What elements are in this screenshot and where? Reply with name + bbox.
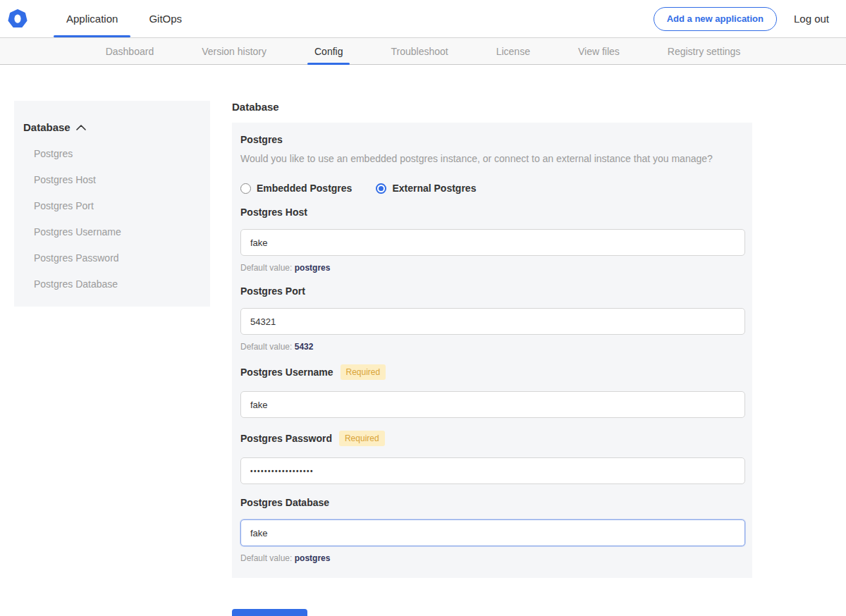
field-postgres-database: Postgres Database Default value: postgre… (240, 497, 744, 563)
sidebar-item-postgres-host[interactable]: Postgres Host (23, 174, 200, 185)
postgres-radio-group: Postgres Would you like to use an embedd… (240, 134, 744, 194)
postgres-database-default-hint: Default value: postgres (240, 553, 744, 563)
postgres-host-label: Postgres Host (240, 207, 307, 218)
sidebar-item-postgres-username[interactable]: Postgres Username (23, 226, 200, 238)
postgres-database-label: Postgres Database (240, 497, 329, 508)
subnav-registry-settings[interactable]: Registry settings (663, 38, 744, 64)
radio-external-postgres[interactable]: External Postgres (376, 183, 476, 194)
chevron-up-icon (76, 125, 86, 130)
postgres-port-label: Postgres Port (240, 285, 305, 297)
app-logo-icon (7, 8, 28, 30)
postgres-port-default-hint: Default value: 5432 (240, 342, 744, 352)
field-postgres-host: Postgres Host Default value: postgres (240, 207, 744, 273)
field-postgres-password: Postgres Password Required (240, 431, 744, 484)
content-area: Database Postgres Postgres Host Postgres… (0, 65, 846, 578)
logout-button[interactable]: Log out (794, 13, 829, 25)
config-sidebar: Database Postgres Postgres Host Postgres… (14, 101, 210, 307)
subnav-config[interactable]: Config (310, 38, 347, 64)
postgres-username-label: Postgres Username (240, 366, 333, 378)
default-prefix: Default value: (240, 553, 292, 563)
postgres-host-input[interactable] (240, 229, 745, 256)
radio-embedded-postgres-label: Embedded Postgres (257, 183, 352, 194)
subnav-troubleshoot[interactable]: Troubleshoot (386, 38, 452, 64)
default-prefix: Default value: (240, 263, 292, 273)
sidebar-item-postgres-password[interactable]: Postgres Password (23, 252, 200, 264)
sidebar-group-database[interactable]: Database (23, 121, 200, 133)
tab-application[interactable]: Application (51, 0, 133, 37)
sidebar-group-label: Database (23, 121, 70, 133)
postgres-password-label: Postgres Password (240, 433, 332, 444)
subnav-license[interactable]: License (492, 38, 534, 64)
subnav-version-history[interactable]: Version history (197, 38, 271, 64)
subnav-dashboard[interactable]: Dashboard (102, 38, 159, 64)
sidebar-item-list: Postgres Postgres Host Postgres Port Pos… (23, 148, 200, 290)
sidebar-item-postgres-database[interactable]: Postgres Database (23, 278, 200, 290)
config-main: Database Postgres Would you like to use … (232, 101, 752, 578)
radio-unselected-icon (240, 183, 251, 194)
sidebar-item-postgres-port[interactable]: Postgres Port (23, 200, 200, 211)
required-badge: Required (339, 431, 385, 446)
default-value: 5432 (295, 342, 314, 352)
tab-gitops-label: GitOps (149, 13, 182, 25)
postgres-port-input[interactable] (240, 308, 745, 335)
radio-selected-icon (376, 183, 386, 194)
required-badge: Required (341, 364, 386, 380)
app-sub-nav: Dashboard Version history Config Trouble… (0, 37, 846, 65)
config-group-card: Postgres Would you like to use an embedd… (232, 123, 752, 578)
subnav-view-files[interactable]: View files (574, 38, 624, 64)
add-application-button[interactable]: Add a new application (654, 7, 777, 31)
default-prefix: Default value: (240, 342, 292, 352)
postgres-host-default-hint: Default value: postgres (240, 263, 744, 273)
field-postgres-port: Postgres Port Default value: 5432 (240, 285, 744, 352)
postgres-password-input[interactable] (240, 457, 745, 484)
top-tabs: Application GitOps (51, 0, 197, 37)
postgres-group-label: Postgres (240, 134, 744, 145)
tab-gitops[interactable]: GitOps (133, 0, 197, 37)
save-config-button[interactable]: Save config (232, 609, 307, 616)
radio-external-postgres-label: External Postgres (392, 183, 476, 194)
sidebar-item-postgres[interactable]: Postgres (23, 148, 200, 159)
radio-embedded-postgres[interactable]: Embedded Postgres (240, 183, 352, 194)
postgres-group-help: Would you like to use an embedded postgr… (240, 153, 744, 164)
default-value: postgres (295, 263, 331, 273)
postgres-radio-row: Embedded Postgres External Postgres (240, 183, 744, 194)
default-value: postgres (295, 553, 331, 563)
field-postgres-username: Postgres Username Required (240, 364, 744, 418)
postgres-database-input[interactable] (240, 519, 745, 546)
page-title: Database (232, 101, 752, 113)
top-nav-right: Add a new application Log out (654, 7, 829, 31)
postgres-username-input[interactable] (240, 391, 745, 418)
tab-application-label: Application (66, 13, 118, 25)
top-nav: Application GitOps Add a new application… (0, 0, 846, 37)
